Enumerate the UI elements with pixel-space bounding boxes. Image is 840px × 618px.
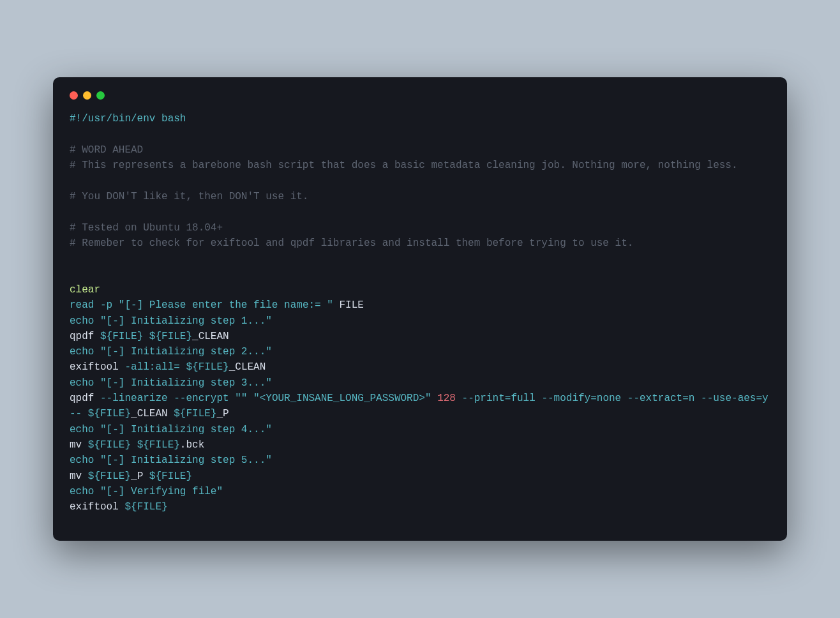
- number: 128: [437, 393, 456, 404]
- cmd-exiftool: exiftool: [70, 361, 119, 373]
- comment-line: # WORD AHEAD: [70, 144, 143, 156]
- cmd-read: read: [70, 299, 94, 311]
- cmd-echo: echo: [70, 424, 94, 435]
- suffix: _CLEAN: [229, 361, 266, 373]
- comment-line: # This represents a barebone bash script…: [70, 160, 738, 171]
- string: "[-] Please enter the file name:= ": [119, 299, 333, 311]
- string: "[-] Initializing step 4...": [100, 424, 272, 435]
- minimize-button[interactable]: [83, 91, 91, 100]
- cmd-echo: echo: [70, 486, 94, 497]
- string: "[-] Initializing step 1...": [100, 315, 272, 327]
- suffix: .bck: [180, 439, 204, 451]
- suffix: _CLEAN: [192, 331, 229, 342]
- cmd-qpdf: qpdf: [70, 393, 94, 404]
- var: ${FILE}: [149, 471, 192, 482]
- cmd-mv: mv: [70, 439, 82, 451]
- maximize-button[interactable]: [96, 91, 105, 100]
- suffix: _P: [216, 408, 229, 419]
- comment-line: # You DON'T like it, then DON'T use it.: [70, 191, 308, 202]
- close-button[interactable]: [70, 91, 78, 100]
- cmd-qpdf: qpdf: [70, 331, 94, 342]
- opt: -all:all=: [124, 361, 179, 373]
- suffix: _CLEAN: [131, 408, 168, 419]
- var-name: FILE: [333, 299, 364, 311]
- var: ${FILE}: [100, 331, 143, 342]
- cmd-echo: echo: [70, 346, 94, 358]
- cmd-echo: echo: [70, 377, 94, 389]
- string: "[-] Initializing step 2...": [100, 346, 272, 358]
- window-titlebar: [70, 90, 770, 111]
- terminal-window: #!/usr/bin/env bash # WORD AHEAD # This …: [53, 77, 787, 540]
- comment-line: # Remeber to check for exiftool and qpdf…: [70, 237, 633, 249]
- string: "[-] Initializing step 3...": [100, 377, 272, 389]
- var: ${FILE}: [124, 501, 167, 513]
- var: ${FILE}: [174, 408, 216, 419]
- code-block: #!/usr/bin/env bash # WORD AHEAD # This …: [70, 111, 770, 515]
- var: ${FILE}: [88, 439, 131, 451]
- var: ${FILE}: [149, 331, 192, 342]
- string: "<YOUR_INSANE_LONG_PASSWORD>": [253, 393, 431, 404]
- comment-line: # Tested on Ubuntu 18.04+: [70, 222, 223, 234]
- string: "": [235, 393, 247, 404]
- var: ${FILE}: [88, 471, 131, 482]
- var: ${FILE}: [137, 439, 180, 451]
- cmd-clear: clear: [70, 284, 100, 296]
- cmd-echo: echo: [70, 315, 94, 327]
- var: ${FILE}: [186, 361, 229, 373]
- suffix: _P: [131, 471, 143, 482]
- string: "[-] Initializing step 5...": [100, 455, 272, 466]
- opt: -p: [100, 299, 112, 311]
- var: ${FILE}: [88, 408, 131, 419]
- shebang-line: #!/usr/bin/env bash: [70, 113, 186, 124]
- string: "[-] Verifying file": [100, 486, 223, 497]
- cmd-exiftool: exiftool: [70, 501, 119, 513]
- cmd-echo: echo: [70, 455, 94, 466]
- opt: --linearize --encrypt: [100, 393, 229, 404]
- cmd-mv: mv: [70, 471, 82, 482]
